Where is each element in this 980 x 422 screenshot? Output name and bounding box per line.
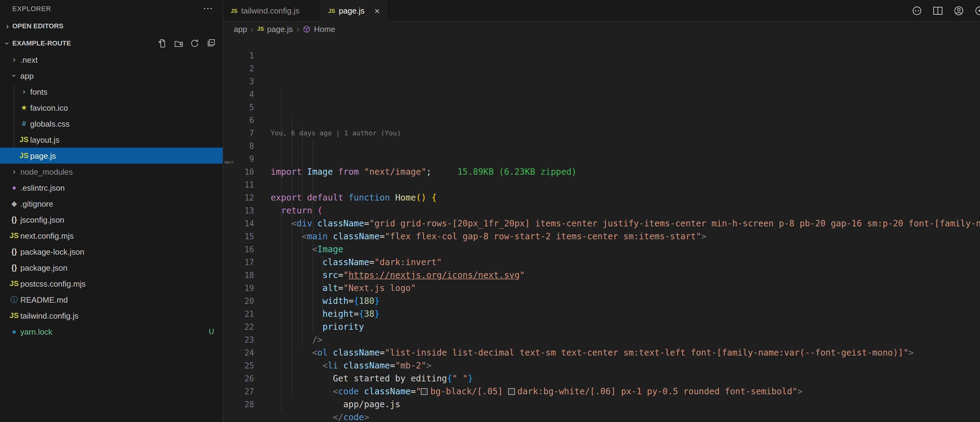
tree-item-layout-js[interactable]: JSlayout.js bbox=[0, 132, 223, 148]
tree-item--next[interactable]: ›.next bbox=[0, 52, 223, 68]
tree-item-favicon-ico[interactable]: ★favicon.ico bbox=[0, 100, 223, 116]
new-file-button[interactable] bbox=[156, 37, 169, 49]
tree-item--eslintrc-json[interactable]: ●.eslintrc.json bbox=[0, 180, 223, 196]
line-number[interactable]: 18 bbox=[223, 269, 254, 282]
tab-label: tailwind.config.js bbox=[241, 6, 299, 15]
file-label: app bbox=[20, 71, 33, 80]
workspace-root-section[interactable]: › EXAMPLE-ROUTE bbox=[0, 35, 223, 52]
file-label: favicon.ico bbox=[30, 103, 68, 112]
file-label: README.md bbox=[20, 295, 68, 304]
indent-guide bbox=[312, 140, 313, 333]
css-hash-icon: # bbox=[18, 119, 30, 128]
code-editor[interactable]: 1234567891011121314151617181920212223242… bbox=[223, 36, 980, 422]
line-number[interactable]: 6 bbox=[223, 114, 254, 127]
star-icon: ★ bbox=[18, 104, 30, 112]
file-label: globals.css bbox=[30, 119, 70, 128]
line-number[interactable]: 26 bbox=[223, 372, 254, 385]
line-number[interactable]: 12 bbox=[223, 191, 254, 204]
tree-item--gitignore[interactable]: ◆.gitignore bbox=[0, 196, 223, 212]
tree-item-fonts[interactable]: ›fonts bbox=[0, 84, 223, 100]
settings-button[interactable] bbox=[973, 5, 980, 17]
code-line: <Image bbox=[271, 243, 980, 256]
open-editors-section[interactable]: › OPEN EDITORS bbox=[0, 17, 223, 35]
line-number[interactable]: 7 bbox=[223, 127, 254, 140]
line-number[interactable]: 24 bbox=[223, 346, 254, 359]
line-number[interactable]: 25 bbox=[223, 359, 254, 372]
line-number[interactable]: 23 bbox=[223, 333, 254, 346]
line-number[interactable]: 14 bbox=[223, 217, 254, 230]
tree-item-yarn-lock[interactable]: ●yarn.lockU bbox=[0, 323, 223, 339]
line-number[interactable]: 8 bbox=[223, 140, 254, 153]
line-number[interactable]: 13 bbox=[223, 204, 254, 217]
line-number[interactable]: 15 bbox=[223, 230, 254, 243]
code-line: <ol className="list-inside list-decimal … bbox=[271, 346, 980, 359]
line-number[interactable]: 16 bbox=[223, 243, 254, 256]
more-actions-icon[interactable]: ⋯ bbox=[203, 4, 213, 14]
git-blame-annotation: You, 6 days ago | 1 author (You) bbox=[271, 127, 980, 140]
tab-label: page.js bbox=[339, 6, 364, 15]
line-number[interactable]: 19 bbox=[223, 282, 254, 295]
split-editor-button[interactable] bbox=[931, 5, 944, 17]
breadcrumb-label: app bbox=[234, 24, 247, 33]
tree-item-jsconfig-json[interactable]: {}jsconfig.json bbox=[0, 212, 223, 228]
copilot-button[interactable] bbox=[910, 5, 923, 17]
tree-item-package-json[interactable]: {}package.json bbox=[0, 260, 223, 275]
new-folder-button[interactable] bbox=[172, 37, 185, 49]
explorer-title: EXPLORER bbox=[12, 5, 203, 12]
tree-item-tailwind-config-js[interactable]: JStailwind.config.js bbox=[0, 307, 223, 323]
code-line: Get started by editing{" "} bbox=[271, 372, 980, 385]
code-line: app/page.js bbox=[271, 398, 980, 411]
tree-item-postcss-config-mjs[interactable]: JSpostcss.config.mjs bbox=[0, 275, 223, 291]
breadcrumb-home-symbol[interactable]: Home bbox=[303, 24, 335, 33]
file-label: .eslintrc.json bbox=[20, 183, 65, 192]
file-tree: ›.next›app›fonts★favicon.ico#globals.css… bbox=[0, 52, 223, 339]
tree-item-app[interactable]: ›app bbox=[0, 68, 223, 84]
tree-item-next-config-mjs[interactable]: JSnext.config.mjs bbox=[0, 228, 223, 244]
tree-item-node-modules[interactable]: ›node_modules bbox=[0, 164, 223, 180]
file-label: layout.js bbox=[30, 135, 59, 144]
line-number[interactable]: 1 bbox=[223, 49, 254, 62]
code-line: </code> bbox=[271, 411, 980, 422]
tree-item-globals-css[interactable]: #globals.css bbox=[0, 116, 223, 132]
line-number[interactable]: 28 bbox=[223, 398, 254, 411]
close-icon[interactable]: × bbox=[374, 6, 380, 15]
line-number[interactable]: 20 bbox=[223, 295, 254, 307]
breadcrumb-page-js[interactable]: JS page.js bbox=[257, 24, 293, 33]
js-icon: JS bbox=[8, 231, 20, 240]
line-number[interactable]: 4 bbox=[223, 88, 254, 101]
line-number[interactable]: 17 bbox=[223, 256, 254, 269]
breadcrumb-label: Home bbox=[314, 24, 335, 33]
line-number[interactable]: 3 bbox=[223, 75, 254, 88]
account-button[interactable] bbox=[952, 5, 965, 17]
git-diamond-icon: ◆ bbox=[8, 199, 20, 208]
line-number[interactable]: 2 bbox=[223, 62, 254, 75]
explorer-actions bbox=[156, 37, 223, 49]
workspace-root-label: EXAMPLE-ROUTE bbox=[12, 39, 71, 47]
open-editors-label: OPEN EDITORS bbox=[12, 22, 64, 30]
chevron-right-icon: › bbox=[2, 21, 12, 30]
tree-item-readme-md[interactable]: ⓘREADME.md bbox=[0, 291, 223, 307]
tab-page-js[interactable]: JS page.js × bbox=[321, 0, 388, 22]
indent-guide bbox=[291, 114, 292, 398]
line-number[interactable]: 11 bbox=[223, 178, 254, 191]
line-number[interactable]: 5 bbox=[223, 101, 254, 114]
breadcrumb-app[interactable]: app bbox=[234, 24, 247, 33]
collapse-all-button[interactable] bbox=[204, 37, 216, 49]
chevron-right-icon: › bbox=[8, 55, 20, 64]
line-number[interactable]: 27 bbox=[223, 385, 254, 398]
tree-item-page-js[interactable]: JSpage.js bbox=[0, 148, 223, 164]
breadcrumb: app › JS page.js › Home bbox=[223, 22, 980, 36]
line-number-gutter[interactable]: 1234567891011121314151617181920212223242… bbox=[223, 36, 254, 422]
line-number[interactable]: 22 bbox=[223, 320, 254, 333]
color-swatch-icon bbox=[508, 388, 515, 395]
refresh-icon bbox=[190, 38, 199, 48]
tab-tailwind-config-js[interactable]: JS tailwind.config.js bbox=[223, 0, 321, 22]
chevron-down-icon: › bbox=[10, 70, 19, 82]
tree-item-package-lock-json[interactable]: {}package-lock.json bbox=[0, 244, 223, 260]
indent-guide bbox=[281, 88, 282, 411]
js-icon: JS bbox=[18, 135, 30, 144]
js-icon: JS bbox=[8, 311, 20, 320]
code-content[interactable]: You, 6 days ago | 1 author (You) import … bbox=[254, 36, 980, 422]
refresh-button[interactable] bbox=[188, 37, 200, 49]
line-number[interactable]: 21 bbox=[223, 307, 254, 320]
